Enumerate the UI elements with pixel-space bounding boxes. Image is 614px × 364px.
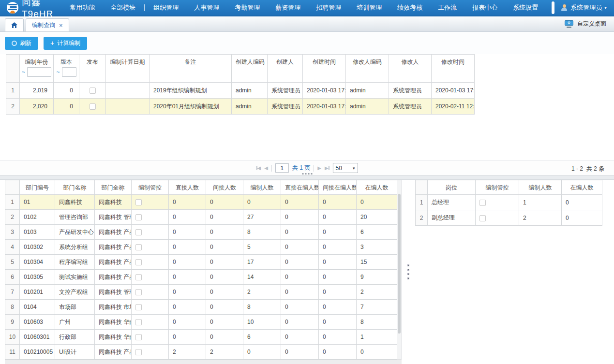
header-create-time[interactable]: 创建时间: [303, 55, 346, 83]
header-direct-onboard[interactable]: 直接在编人数: [281, 180, 319, 195]
header-modify-time[interactable]: 修改时间: [432, 55, 475, 83]
header-creator-code[interactable]: 创建人编码: [232, 55, 268, 83]
header-quota-control[interactable]: 编制管控: [476, 180, 519, 195]
department-row[interactable]: 6 010305 测试实施组 同鑫科技 产品研发 0 0 14 0 0 9: [5, 270, 397, 285]
quota-control-checkbox[interactable]: [479, 215, 486, 221]
department-row[interactable]: 1 01 同鑫科技 同鑫科技 0 0 0 0 0 0: [5, 195, 397, 210]
plan-table-row[interactable]: 2 2,020 0 2020年01月组织编制规划 admin 系统管理员 202…: [6, 99, 475, 115]
quota-control-checkbox[interactable]: [135, 214, 142, 220]
department-grid-panel: 部门编号 部门名称 部门全称 编制管控 直接人数 间接人数 编制人数 直接在编人…: [5, 180, 402, 364]
cell-indirect-count: 0: [206, 315, 243, 330]
header-quota-count[interactable]: 编制人数: [519, 180, 562, 195]
next-page-button[interactable]: ▶: [317, 165, 321, 171]
department-row[interactable]: 2 0102 管理咨询部 同鑫科技 管理咨询 0 0 27 0 0 20: [5, 210, 397, 225]
cell-dept-fullname: 同鑫科技 市场部: [95, 300, 132, 315]
header-indirect-onboard[interactable]: 间接在编人数: [319, 180, 357, 195]
header-onboard-count[interactable]: 在编人数: [357, 180, 397, 195]
menu-item-reports[interactable]: 报表中心: [464, 0, 505, 15]
row-number: 9: [5, 315, 20, 330]
quota-control-checkbox[interactable]: [135, 259, 142, 265]
quota-control-checkbox[interactable]: [135, 274, 142, 280]
quota-control-checkbox[interactable]: [135, 199, 142, 205]
header-publish[interactable]: 发布: [79, 55, 106, 83]
horizontal-splitter[interactable]: [0, 175, 614, 180]
close-icon[interactable]: ×: [59, 22, 63, 29]
department-row[interactable]: 10 01060301 行政部 同鑫科技 华南基地 0 0 6 0 0 1: [5, 330, 397, 345]
header-creator[interactable]: 创建人: [268, 55, 303, 83]
refresh-button[interactable]: 刷新: [5, 37, 38, 50]
menu-item-all-modules[interactable]: 全部模块: [103, 0, 143, 15]
post-row[interactable]: 2 副总经理 2 0: [416, 210, 602, 226]
department-row[interactable]: 7 010201 文控产权组 同鑫科技 管理咨询 0 0 2 0 0 2: [5, 285, 397, 300]
header-post[interactable]: 岗位: [428, 180, 476, 195]
header-remark[interactable]: 备注: [150, 55, 232, 83]
department-row[interactable]: 5 010304 程序编写组 同鑫科技 产品研发 0 0 17 0 0 15: [5, 255, 397, 270]
header-year[interactable]: 编制年份 ~: [20, 55, 54, 83]
splitter-drag-handle[interactable]: [302, 173, 312, 175]
header-dept-code[interactable]: 部门编号: [20, 180, 55, 195]
department-row[interactable]: 4 010302 系统分析组 同鑫科技 产品研发 0 0 5 0 0 3: [5, 240, 397, 255]
first-page-button[interactable]: ◀: [256, 165, 261, 171]
header-indirect-count[interactable]: 间接人数: [206, 180, 243, 195]
menu-item-personnel[interactable]: 人事管理: [186, 0, 227, 15]
quota-control-checkbox[interactable]: [135, 229, 142, 235]
quota-control-checkbox[interactable]: [135, 244, 142, 250]
menu-item-attendance[interactable]: 考勤管理: [227, 0, 268, 15]
quota-control-checkbox[interactable]: [479, 200, 486, 206]
header-dept-fullname[interactable]: 部门全称: [95, 180, 132, 195]
header-quota-count[interactable]: 编制人数: [243, 180, 281, 195]
quota-control-checkbox[interactable]: [135, 304, 142, 310]
header-version[interactable]: 版本 ~: [54, 55, 79, 83]
publish-checkbox[interactable]: [90, 103, 96, 110]
menu-item-training[interactable]: 培训管理: [349, 0, 389, 15]
page-size-select[interactable]: 50 ▾: [333, 163, 358, 173]
cell-direct-count: 0: [169, 225, 206, 240]
quota-control-checkbox[interactable]: [135, 334, 142, 340]
year-filter-input[interactable]: [27, 67, 51, 77]
menu-item-common[interactable]: 常用功能: [62, 0, 103, 15]
quota-control-checkbox[interactable]: [135, 319, 142, 325]
page-input[interactable]: [275, 163, 289, 173]
cell-dept-fullname: 同鑫科技 产品研发: [95, 270, 132, 285]
cell-remark: 2019年组织编制规划: [150, 83, 232, 99]
plan-table-row[interactable]: 1 2,019 0 2019年组织编制规划 admin 系统管理员 2020-0…: [6, 83, 475, 99]
department-row[interactable]: 11 010210005 UI设计 同鑫科技 产品研发 2 2 0 0 0 0: [5, 345, 397, 360]
user-menu[interactable]: 系统管理员 ▾: [554, 3, 613, 12]
header-onboard-count[interactable]: 在编人数: [562, 180, 602, 195]
publish-checkbox[interactable]: [90, 87, 96, 94]
cell-modifier: 系统管理员: [389, 83, 432, 99]
quota-control-checkbox[interactable]: [135, 289, 142, 295]
calculate-button[interactable]: + 计算编制: [44, 37, 87, 50]
header-dept-name[interactable]: 部门名称: [55, 180, 95, 195]
menu-item-salary[interactable]: 薪资管理: [268, 0, 308, 15]
post-row[interactable]: 1 总经理 1 0: [416, 195, 602, 210]
cell-direct-onboard: 0: [281, 315, 319, 330]
splitter-drag-handle[interactable]: [407, 264, 409, 279]
scrollbar-thumb[interactable]: [398, 194, 401, 334]
menu-item-settings[interactable]: 系统设置: [505, 0, 546, 15]
header-calc-date[interactable]: 编制计算日期: [106, 55, 150, 83]
department-row[interactable]: 3 0103 产品研发中心 同鑫科技 产品研发 0 0 8 0 0 6: [5, 225, 397, 240]
menu-item-performance[interactable]: 绩效考核: [389, 0, 430, 15]
vertical-scrollbar[interactable]: [397, 180, 402, 360]
header-direct-count[interactable]: 直接人数: [169, 180, 206, 195]
horizontal-scrollbar[interactable]: [5, 360, 402, 364]
menu-item-workflow[interactable]: 工作流: [430, 0, 464, 15]
header-modifier[interactable]: 修改人: [389, 55, 432, 83]
vertical-splitter[interactable]: [402, 180, 415, 364]
menu-item-recruit[interactable]: 招聘管理: [308, 0, 349, 15]
menu-item-organization[interactable]: 组织管理: [146, 0, 186, 15]
header-quota-control[interactable]: 编制管控: [132, 180, 169, 195]
department-row[interactable]: 9 010603 广州 同鑫科技 华南基地 0 0 10 0 0 8: [5, 315, 397, 330]
department-row[interactable]: 8 0104 市场部 同鑫科技 市场部 0 0 8 0 0 7: [5, 300, 397, 315]
quota-control-checkbox[interactable]: [135, 349, 142, 355]
header-modifier-code[interactable]: 修改人编码: [346, 55, 389, 83]
version-filter-input[interactable]: [62, 67, 76, 77]
tab-bianzhi-query[interactable]: 编制查询 ×: [26, 18, 69, 31]
pagination-bar: ◀ ◀ 共 1 页 ▶ ▶ 50 ▾ 1 - 2 共 2 条: [0, 160, 614, 175]
last-page-button[interactable]: ▶: [325, 165, 329, 171]
customize-desktop-button[interactable]: 自定义桌面: [564, 16, 606, 31]
prev-page-button[interactable]: ◀: [264, 165, 268, 171]
tab-home[interactable]: [5, 18, 24, 31]
row-number: 8: [5, 300, 20, 315]
